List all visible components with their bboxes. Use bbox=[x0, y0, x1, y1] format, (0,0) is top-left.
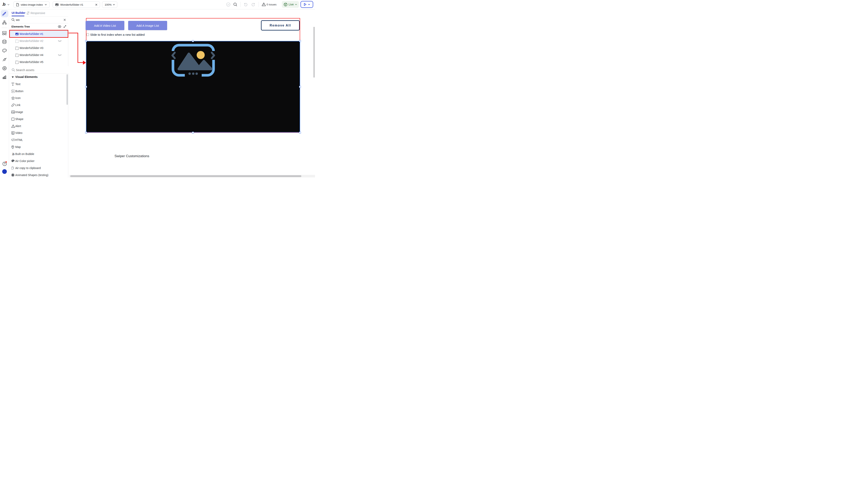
asset-label: Animated Shapes (testing) bbox=[15, 173, 49, 177]
warning-triangle-icon bbox=[261, 2, 266, 7]
image-icon bbox=[11, 110, 15, 114]
search-icon[interactable] bbox=[233, 2, 238, 7]
avatar[interactable] bbox=[2, 169, 7, 174]
resize-handle-n[interactable] bbox=[192, 40, 194, 42]
section-title: Swiper Customizations bbox=[115, 154, 149, 158]
tree-item-label: WonderfulSlider #2 bbox=[20, 39, 43, 42]
resize-handle-nw[interactable] bbox=[85, 40, 87, 42]
asset-item-icon[interactable]: Icon bbox=[9, 95, 68, 102]
elements-tree-header: Elements Tree bbox=[9, 23, 68, 30]
page-icon bbox=[16, 3, 19, 6]
asset-label: Air copy to clipboard bbox=[15, 166, 41, 170]
eye-closed-icon[interactable] bbox=[58, 40, 62, 42]
wonderful-slider-element[interactable] bbox=[86, 41, 300, 132]
preview-run-button[interactable] bbox=[301, 1, 313, 8]
logo-chevron-down-icon[interactable] bbox=[7, 4, 10, 5]
dashed-box-icon bbox=[15, 54, 19, 57]
resize-handle-se[interactable] bbox=[299, 132, 301, 133]
asset-label: Air Color picker bbox=[15, 159, 35, 163]
close-icon[interactable] bbox=[95, 4, 97, 6]
sitemap-icon[interactable] bbox=[2, 20, 7, 25]
pencil-icon[interactable] bbox=[2, 11, 7, 16]
resize-handle-sw[interactable] bbox=[85, 132, 87, 133]
section-label: Visual Elements bbox=[15, 75, 37, 78]
clear-search-icon[interactable] bbox=[63, 19, 66, 21]
asset-item-alert[interactable]: Alert bbox=[9, 123, 68, 130]
element-tab[interactable]: WonderfulSlider #1 bbox=[53, 1, 100, 8]
tab-ui-builder[interactable]: UI Builder bbox=[12, 11, 25, 14]
layout-icon[interactable] bbox=[2, 31, 7, 35]
globe-icon bbox=[284, 3, 287, 6]
section-visual-elements[interactable]: Visual Elements bbox=[9, 74, 68, 81]
tab-responsive[interactable]: Responsive bbox=[31, 11, 45, 15]
panel-scrollbar-thumb[interactable] bbox=[66, 74, 68, 105]
eye-icon[interactable] bbox=[58, 25, 61, 28]
check-circle-icon[interactable] bbox=[226, 2, 230, 7]
asset-item-link[interactable]: Link bbox=[9, 102, 68, 109]
issues-counter[interactable]: 0 issues bbox=[267, 3, 277, 6]
asset-item-air-copy-to-clipboard[interactable]: Air copy to clipboard bbox=[9, 165, 68, 172]
asset-item-button[interactable]: Button bbox=[9, 88, 68, 95]
annotation-arrow-segment bbox=[78, 62, 84, 63]
page-selector-dropdown[interactable]: video-image-index bbox=[13, 1, 50, 8]
annotation-arrow-segment bbox=[78, 33, 78, 63]
dashed-box-icon bbox=[15, 39, 19, 43]
plug-icon[interactable] bbox=[2, 57, 7, 62]
ui-builder-panel: UI Builder Responsive Elements Tree Wond… bbox=[9, 9, 68, 177]
rail-divider bbox=[2, 28, 7, 28]
design-canvas[interactable]: Add A Video List Add A Image List Remove… bbox=[68, 9, 315, 177]
vertical-scrollbar-thumb[interactable] bbox=[313, 27, 315, 77]
chart-icon[interactable] bbox=[2, 75, 7, 79]
bubble-logo[interactable]: .b bbox=[2, 2, 5, 7]
left-navigation-rail bbox=[0, 9, 9, 177]
toolbar-divider bbox=[258, 2, 259, 7]
tree-item-wonderfulslider-5[interactable]: WonderfulSlider #5 bbox=[9, 59, 68, 66]
asset-item-video[interactable]: Video bbox=[9, 130, 68, 137]
slide-to-first-index-checkbox[interactable] bbox=[86, 33, 89, 36]
slider-placeholder-icon bbox=[171, 43, 215, 77]
play-icon bbox=[304, 3, 307, 6]
tree-item-wonderfulslider-4[interactable]: WonderfulSlider #4 bbox=[9, 52, 68, 59]
asset-item-air-color-picker[interactable]: Air Color picker bbox=[9, 158, 68, 165]
live-environment-badge[interactable]: Live bbox=[282, 1, 299, 8]
resize-handle-s[interactable] bbox=[192, 132, 194, 133]
tree-item-label: WonderfulSlider #5 bbox=[20, 60, 43, 64]
mountain-icon bbox=[179, 54, 211, 69]
asset-item-text[interactable]: Text bbox=[9, 81, 68, 88]
resize-handle-w[interactable] bbox=[85, 86, 87, 88]
asset-item-map[interactable]: Map bbox=[9, 144, 68, 151]
gear-icon[interactable] bbox=[2, 66, 7, 70]
database-icon[interactable] bbox=[2, 39, 7, 44]
asset-item-html[interactable]: HTML bbox=[9, 137, 68, 144]
asset-item-image[interactable]: Image bbox=[9, 109, 68, 116]
redo-icon[interactable] bbox=[251, 2, 255, 7]
zoom-dropdown[interactable]: 100% bbox=[102, 1, 117, 8]
checkbox-label: Slide to first index when a new list add… bbox=[90, 33, 145, 36]
undo-icon[interactable] bbox=[244, 2, 248, 7]
asset-label: Map bbox=[15, 145, 21, 149]
expand-icon[interactable] bbox=[63, 25, 66, 28]
asset-item-animated-shapes[interactable]: Animated Shapes (testing) bbox=[9, 172, 68, 177]
shape-icon bbox=[11, 118, 15, 121]
add-video-list-button[interactable]: Add A Video List bbox=[86, 21, 124, 30]
asset-item-shape[interactable]: Shape bbox=[9, 116, 68, 123]
elements-search-input[interactable] bbox=[16, 18, 60, 22]
palette-icon[interactable] bbox=[2, 48, 7, 53]
assets-search-row bbox=[9, 66, 68, 73]
help-icon[interactable] bbox=[2, 161, 7, 166]
resize-handle-e[interactable] bbox=[299, 86, 301, 88]
asset-label: Built on Bubble bbox=[15, 152, 34, 156]
tree-item-wonderfulslider-3[interactable]: WonderfulSlider #3 bbox=[9, 45, 68, 52]
chevron-down-icon bbox=[295, 4, 297, 5]
asset-item-built-on-bubble[interactable]: .b Built on Bubble bbox=[9, 151, 68, 158]
video-icon bbox=[11, 131, 15, 135]
eye-closed-icon[interactable] bbox=[58, 54, 62, 57]
add-image-list-button[interactable]: Add A Image List bbox=[128, 21, 167, 30]
link-icon bbox=[11, 103, 15, 107]
remove-all-button[interactable]: Remove All bbox=[261, 20, 300, 31]
resize-handle-ne[interactable] bbox=[299, 40, 301, 42]
horizontal-scrollbar-thumb[interactable] bbox=[70, 175, 301, 177]
assets-search-input[interactable] bbox=[16, 68, 60, 72]
circle-icon bbox=[11, 173, 15, 177]
tree-item-wonderfulslider-2[interactable]: WonderfulSlider #2 bbox=[9, 38, 68, 45]
